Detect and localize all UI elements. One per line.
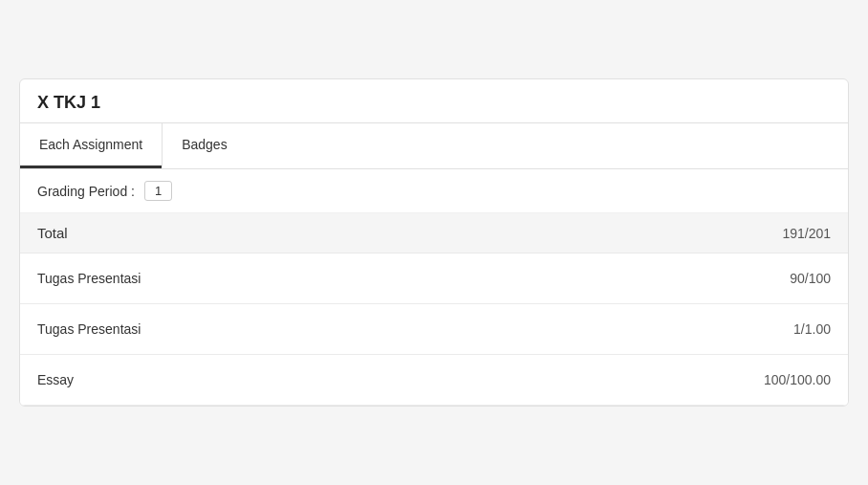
assignment-name-0: Tugas Presentasi: [37, 271, 141, 286]
assignment-row-2: Essay 100/100.00: [20, 355, 848, 406]
assignment-score-0: 90/100: [790, 271, 831, 286]
total-value: 191/201: [782, 226, 831, 241]
total-row: Total 191/201: [20, 213, 848, 254]
assignment-row-1: Tugas Presentasi 1/1.00: [20, 304, 848, 355]
assignments-list: Tugas Presentasi 90/100 Tugas Presentasi…: [20, 254, 848, 406]
grading-period-value: 1: [144, 181, 172, 201]
assignment-name-1: Tugas Presentasi: [37, 321, 141, 337]
assignment-score-2: 100/100.00: [764, 372, 831, 387]
assignment-name-2: Essay: [37, 372, 74, 387]
assignment-row-0: Tugas Presentasi 90/100: [20, 254, 848, 304]
page-title: X TKJ 1: [37, 93, 100, 112]
card-header: X TKJ 1: [20, 79, 848, 123]
grading-period-row: Grading Period : 1: [20, 169, 848, 213]
assignment-score-1: 1/1.00: [793, 321, 831, 337]
grading-period-label: Grading Period :: [37, 184, 135, 199]
tab-badges[interactable]: Badges: [162, 123, 848, 168]
total-label: Total: [37, 225, 68, 241]
tab-each-assignment[interactable]: Each Assignment: [20, 123, 162, 168]
main-card: X TKJ 1 Each Assignment Badges Grading P…: [19, 78, 849, 407]
tabs-container: Each Assignment Badges: [20, 123, 848, 169]
